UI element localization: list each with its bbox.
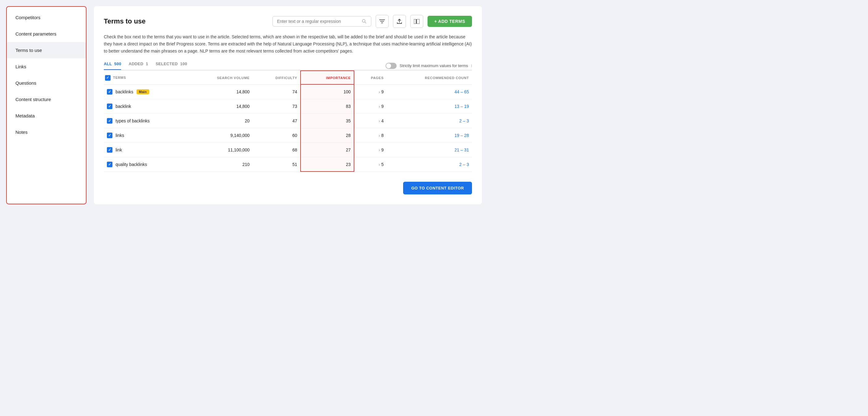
td-term-3: links (104, 128, 187, 143)
sidebar-item-terms-to-use[interactable]: Terms to use (7, 42, 86, 58)
td-difficulty-4: 68 (253, 143, 301, 157)
pages-value-4: 9 (381, 147, 384, 152)
td-importance-5: 23 (301, 157, 354, 172)
td-pages-5: › 5 (354, 157, 387, 172)
row-checkbox-1[interactable] (107, 103, 113, 109)
row-checkbox-2[interactable] (107, 118, 113, 124)
td-search-volume-1: 14,800 (187, 99, 253, 113)
sidebar-item-metadata[interactable]: Metadata (7, 108, 86, 124)
th-terms-label: TERMS (113, 76, 126, 80)
td-search-volume-0: 14,800 (187, 84, 253, 99)
table-row: links9,140,0006028› 819 – 28 (104, 128, 472, 143)
td-term-1: backlink (104, 99, 187, 113)
term-name-1: backlink (116, 104, 131, 109)
export-button[interactable] (393, 15, 406, 28)
chevron-icon-5[interactable]: › (379, 162, 380, 167)
term-name-3: links (116, 133, 124, 138)
tab-label: ALL (104, 61, 112, 66)
td-recommended-count-1: 13 – 19 (387, 99, 472, 113)
td-recommended-count-5: 2 – 3 (387, 157, 472, 172)
th-recommended-count: RECOMMENDED COUNT (387, 71, 472, 85)
table-body: backlinksMain14,80074100› 944 – 65backli… (104, 84, 472, 172)
columns-button[interactable] (410, 15, 423, 28)
filter-button[interactable] (376, 15, 389, 28)
th-difficulty: DIFFICULTY (253, 71, 301, 85)
svg-line-1 (365, 22, 366, 23)
th-pages: PAGES (354, 71, 387, 85)
sidebar-item-links[interactable]: Links (7, 58, 86, 75)
td-importance-4: 27 (301, 143, 354, 157)
td-search-volume-4: 11,100,000 (187, 143, 253, 157)
footer-row: GO TO CONTENT EDITOR (104, 179, 472, 195)
pages-value-3: 8 (381, 133, 384, 138)
tab-count: 500 (114, 61, 121, 66)
td-recommended-count-0: 44 – 65 (387, 84, 472, 99)
pages-value-5: 5 (381, 162, 384, 167)
chevron-icon-4[interactable]: › (379, 148, 380, 152)
term-name-0: backlinks (116, 89, 133, 94)
sidebar-item-content-parameters[interactable]: Content parameters (7, 26, 86, 42)
rec-count-value-3: 19 – 28 (455, 133, 469, 138)
columns-icon (414, 19, 420, 24)
rec-count-value-2: 2 – 3 (459, 118, 469, 123)
row-checkbox-0[interactable] (107, 89, 113, 95)
limit-label: Strictly limit maximum values for terms (400, 63, 468, 68)
tab-all[interactable]: ALL 500 (104, 61, 121, 70)
sidebar-item-notes[interactable]: Notes (7, 124, 86, 140)
td-search-volume-5: 210 (187, 157, 253, 172)
td-term-5: quality backlinks (104, 157, 187, 172)
search-box[interactable] (273, 16, 371, 27)
th-terms: TERMS (104, 71, 187, 85)
sidebar-item-competitors[interactable]: Competitors (7, 9, 86, 26)
filter-icon (379, 19, 385, 24)
tab-count: 1 (146, 61, 148, 66)
td-importance-3: 28 (301, 128, 354, 143)
chevron-icon-3[interactable]: › (379, 133, 380, 138)
svg-rect-5 (414, 19, 416, 24)
td-pages-0: › 9 (354, 84, 387, 99)
select-all-checkbox[interactable] (105, 75, 111, 81)
rec-count-value-5: 2 – 3 (459, 162, 469, 167)
rec-count-value-1: 13 – 19 (455, 104, 469, 109)
tab-label: SELECTED (156, 61, 178, 66)
limit-toggle[interactable] (385, 63, 397, 69)
chevron-icon-1[interactable]: › (379, 104, 380, 109)
td-recommended-count-2: 2 – 3 (387, 113, 472, 128)
main-badge-0: Main (136, 89, 149, 94)
chevron-icon-0[interactable]: › (379, 90, 380, 94)
td-difficulty-1: 73 (253, 99, 301, 113)
table-row: backlinksMain14,80074100› 944 – 65 (104, 84, 472, 99)
export-icon (397, 19, 402, 24)
td-recommended-count-4: 21 – 31 (387, 143, 472, 157)
td-difficulty-3: 60 (253, 128, 301, 143)
pages-value-1: 9 (381, 104, 384, 109)
sidebar: CompetitorsContent parametersTerms to us… (6, 6, 87, 204)
td-term-0: backlinksMain (104, 84, 187, 99)
tab-selected[interactable]: SELECTED 100 (156, 61, 187, 70)
pages-value-0: 9 (381, 89, 384, 94)
chevron-icon-2[interactable]: › (379, 119, 380, 123)
td-difficulty-0: 74 (253, 84, 301, 99)
pages-value-2: 4 (381, 118, 384, 123)
row-checkbox-3[interactable] (107, 132, 113, 138)
td-search-volume-3: 9,140,000 (187, 128, 253, 143)
tab-added[interactable]: ADDED 1 (128, 61, 148, 70)
search-icon (362, 19, 367, 24)
sidebar-item-questions[interactable]: Questions (7, 75, 86, 91)
table-row: link11,100,0006827› 921 – 31 (104, 143, 472, 157)
add-terms-button[interactable]: + ADD TERMS (428, 16, 472, 27)
sidebar-item-content-structure[interactable]: Content structure (7, 91, 86, 108)
go-to-editor-button[interactable]: GO TO CONTENT EDITOR (403, 182, 472, 195)
td-difficulty-5: 51 (253, 157, 301, 172)
svg-rect-6 (417, 19, 420, 24)
search-input[interactable] (277, 19, 359, 24)
info-icon[interactable]: i (471, 64, 472, 68)
td-importance-1: 83 (301, 99, 354, 113)
row-checkbox-4[interactable] (107, 147, 113, 153)
table-row: types of backlinks204735› 42 – 3 (104, 113, 472, 128)
th-search-volume: SEARCH VOLUME (187, 71, 253, 85)
row-checkbox-5[interactable] (107, 161, 113, 167)
th-importance: IMPORTANCE (301, 71, 354, 85)
main-content: Terms to use (94, 6, 482, 204)
td-difficulty-2: 47 (253, 113, 301, 128)
